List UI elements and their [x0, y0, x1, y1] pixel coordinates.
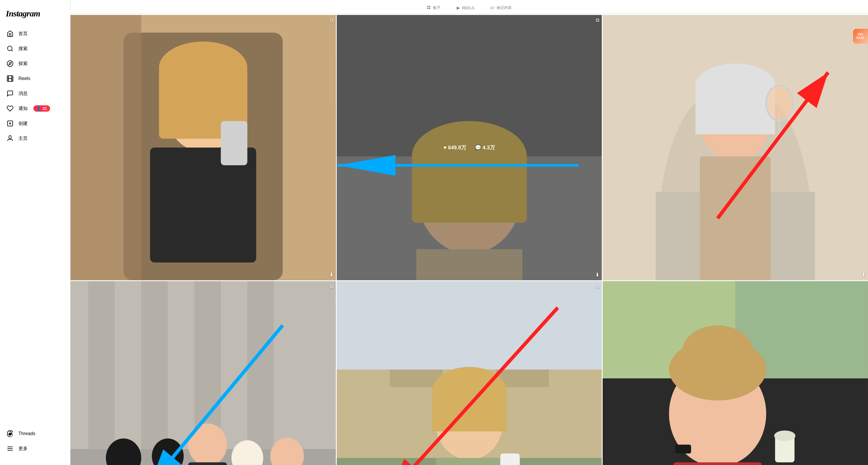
profile-tabs: 帖子 ▶ REELS 🏷 标记内容 — [70, 0, 868, 14]
svg-rect-21 — [429, 8, 430, 9]
photo-grid: ⧉ ⬇ — [70, 15, 868, 465]
tab-posts[interactable]: 帖子 — [425, 2, 443, 13]
grid-item-4[interactable]: ⧉ ⬇ — [70, 281, 336, 465]
heart-icon — [6, 105, 14, 112]
profile-icon — [6, 135, 14, 142]
reels-icon — [6, 75, 14, 82]
sidebar-item-messages[interactable]: 消息 — [2, 86, 68, 101]
sidebar-item-search[interactable]: 搜索 — [2, 41, 68, 56]
sidebar-item-explore-label: 探索 — [19, 61, 28, 67]
svg-rect-19 — [429, 6, 430, 7]
sidebar-item-explore[interactable]: 探索 — [2, 56, 68, 71]
tab-posts-label: 帖子 — [433, 5, 441, 10]
grid-icon — [427, 5, 431, 10]
grid-item-3[interactable]: ⬇ — [603, 15, 868, 280]
comments-stat: 💬 4.3万 — [475, 144, 495, 151]
threads-icon — [6, 430, 14, 437]
grid-overlay-5 — [337, 281, 602, 465]
download-icon-2[interactable]: ⬇ — [595, 272, 599, 278]
sidebar-item-reels-label: Reels — [19, 76, 30, 81]
sidebar-item-profile[interactable]: 主页 — [2, 131, 68, 146]
stats-overlay-2: ♥ 649.9万 💬 4.3万 — [337, 15, 602, 280]
instagram-logo[interactable]: Instagram — [0, 3, 70, 27]
home-icon — [6, 30, 14, 37]
sidebar-item-search-label: 搜索 — [19, 46, 28, 52]
sidebar-bottom: Threads 更多 — [0, 424, 70, 462]
tab-reels-label: REELS — [462, 6, 474, 10]
svg-rect-18 — [427, 6, 428, 7]
inskeep-badge[interactable]: INS KEEP — [853, 29, 868, 44]
sidebar-item-home-label: 首页 — [19, 31, 28, 37]
tab-tagged[interactable]: 🏷 标记内容 — [488, 2, 514, 13]
sidebar-item-notifications[interactable]: 通知 👤 21 — [2, 101, 68, 116]
messages-icon — [6, 90, 14, 97]
tag-icon: 🏷 — [490, 5, 494, 10]
sidebar-item-profile-label: 主页 — [19, 135, 28, 142]
sidebar-item-threads-label: Threads — [19, 431, 35, 436]
sidebar-item-home[interactable]: 首页 — [2, 27, 68, 41]
multi-photo-icon-2: ⧉ — [596, 17, 599, 23]
grid-stats: ♥ 649.9万 💬 4.3万 — [443, 144, 495, 151]
sidebar-item-reels[interactable]: Reels — [2, 71, 68, 86]
inskeep-line1: INS — [858, 33, 863, 36]
inskeep-line2: KEEP — [856, 36, 865, 40]
grid-overlay-1 — [70, 15, 336, 280]
reels-tab-icon: ▶ — [457, 5, 460, 10]
svg-marker-3 — [9, 62, 11, 65]
compass-icon — [6, 60, 14, 67]
plus-icon — [6, 120, 14, 127]
main-content: 帖子 ▶ REELS 🏷 标记内容 — [70, 0, 868, 465]
svg-point-2 — [7, 61, 13, 66]
grid-item-5[interactable]: ⧉ ⬇ — [337, 281, 602, 465]
sidebar-item-create-label: 创建 — [19, 121, 28, 127]
svg-line-1 — [11, 50, 13, 51]
sidebar-item-messages-label: 消息 — [19, 91, 28, 97]
likes-stat: ♥ 649.9万 — [443, 144, 466, 151]
photo-grid-container: ⧉ ⬇ — [70, 14, 868, 465]
grid-overlay-4 — [70, 281, 336, 465]
sidebar-item-create[interactable]: 创建 — [2, 116, 68, 131]
grid-overlay-6 — [603, 281, 868, 465]
search-icon — [6, 45, 14, 52]
sidebar-navigation: 首页 搜索 探索 — [0, 27, 70, 424]
svg-point-0 — [7, 46, 12, 51]
grid-item-1[interactable]: ⧉ ⬇ — [70, 15, 336, 280]
sidebar: Instagram 首页 搜索 — [0, 0, 70, 465]
tab-reels[interactable]: ▶ REELS — [455, 3, 477, 13]
grid-overlay-3 — [603, 15, 868, 280]
menu-icon — [6, 445, 14, 452]
grid-item-6[interactable]: ⬇ — [603, 281, 868, 465]
svg-rect-20 — [427, 8, 428, 9]
sidebar-item-notifications-label: 通知 — [19, 105, 28, 112]
sidebar-item-threads[interactable]: Threads — [2, 427, 68, 441]
notification-badge: 👤 21 — [33, 105, 50, 112]
grid-item-2[interactable]: ♥ 649.9万 💬 4.3万 ⧉ ⬇ — [337, 15, 602, 280]
tab-tagged-label: 标记内容 — [497, 5, 512, 10]
badge-person-icon: 👤 — [36, 106, 41, 111]
sidebar-item-more[interactable]: 更多 — [2, 441, 68, 456]
sidebar-item-more-label: 更多 — [19, 446, 28, 452]
